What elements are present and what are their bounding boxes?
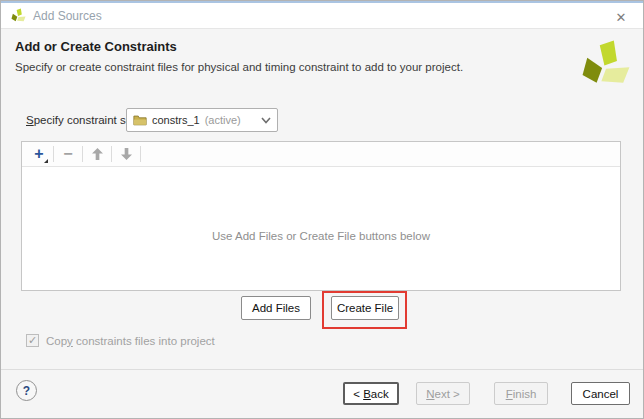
toolbar-separator [82, 146, 83, 162]
constraint-files-panel: + − Use Add Files or Create File buttons… [21, 141, 621, 291]
question-mark-icon: ? [23, 384, 30, 398]
add-file-icon[interactable]: + [28, 143, 50, 165]
plus-glyph: + [34, 146, 43, 162]
constraint-set-value: constrs_1 [152, 114, 200, 126]
create-file-button[interactable]: Create File [331, 296, 399, 320]
footer-divider [1, 369, 643, 370]
xilinx-brand-logo [581, 37, 631, 91]
constraint-set-label-rest: pecify constraint set: [34, 114, 139, 126]
folder-icon [133, 114, 147, 126]
copy-constraints-label: Copy constraints files into project [46, 335, 215, 347]
toolbar-separator [111, 146, 112, 162]
window-title: Add Sources [33, 9, 102, 23]
page-subtitle: Specify or create constraint files for p… [15, 61, 463, 73]
check-icon: ✓ [28, 335, 37, 346]
copy-constraints-row: ✓ Copy constraints files into project [26, 334, 215, 347]
finish-mnemonic: F [506, 388, 513, 400]
next-button[interactable]: Next > [416, 382, 470, 405]
constraint-set-label-mnemonic: S [26, 114, 34, 126]
chevron-down-icon [261, 117, 271, 124]
titlebar: Add Sources ✕ [1, 3, 643, 29]
add-sources-dialog: Add Sources ✕ Add or Create Constraints … [0, 0, 644, 419]
next-rest: ext > [435, 388, 460, 400]
add-files-button[interactable]: Add Files [241, 296, 311, 320]
page-title: Add or Create Constraints [15, 39, 177, 54]
finish-button[interactable]: Finish [494, 382, 548, 405]
dropdown-corner-icon [44, 159, 48, 163]
move-down-icon[interactable] [115, 143, 137, 165]
back-button[interactable]: < Back [343, 382, 399, 405]
finish-rest: inish [513, 388, 537, 400]
back-pre: < [353, 388, 363, 400]
back-rest: ack [371, 388, 389, 400]
next-mnemonic: N [426, 388, 434, 400]
empty-list-message: Use Add Files or Create File buttons bel… [22, 230, 620, 242]
cancel-button[interactable]: Cancel [571, 382, 630, 405]
constraint-set-label: Specify constraint set: [26, 114, 139, 126]
move-up-icon[interactable] [86, 143, 108, 165]
copy-label-rest: constraints files into project [73, 335, 215, 347]
vivado-logo-icon [11, 8, 26, 23]
remove-file-icon[interactable]: − [57, 143, 79, 165]
toolbar-separator [140, 146, 141, 162]
constraint-set-dropdown[interactable]: constrs_1 (active) [126, 108, 278, 132]
help-button[interactable]: ? [16, 380, 37, 401]
panel-toolbar: + − [22, 142, 620, 167]
copy-constraints-checkbox[interactable]: ✓ [26, 334, 39, 347]
copy-label-pre: Cop [46, 335, 67, 347]
minus-glyph: − [63, 146, 72, 162]
constraint-set-status: (active) [205, 114, 241, 126]
toolbar-separator [53, 146, 54, 162]
back-mnemonic: B [363, 388, 371, 400]
close-icon[interactable]: ✕ [611, 7, 631, 27]
